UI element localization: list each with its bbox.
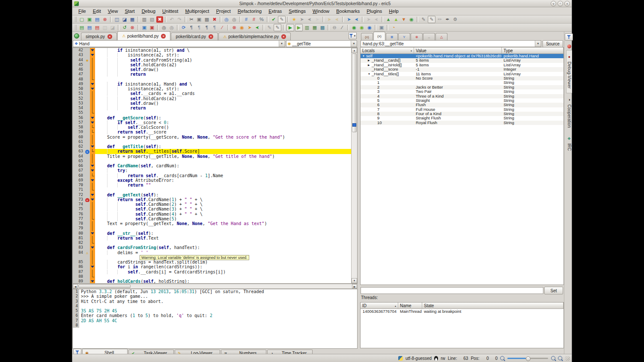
line-number[interactable]: 52 xyxy=(73,96,84,101)
tab-list-button[interactable]: ▼ xyxy=(349,32,357,39)
sidebar-tab-irc[interactable]: ❖IRC xyxy=(566,132,572,155)
line-number[interactable]: 85 xyxy=(73,260,84,264)
code-line[interactable]: 71 xyxy=(73,187,351,192)
line-number[interactable]: 88 xyxy=(73,274,84,279)
permission-indicator[interactable]: rw xyxy=(441,356,445,361)
code-line[interactable]: 43 isinstance(a2, str): xyxy=(73,53,351,57)
variable-row[interactable]: 3Two PairString xyxy=(361,89,564,94)
marker-margin[interactable] xyxy=(84,139,90,144)
code-line[interactable]: 60 Score = property(__getScore, None, No… xyxy=(73,135,351,139)
fold-margin[interactable] xyxy=(90,197,95,202)
line-number[interactable]: 83 xyxy=(73,245,84,250)
line-number[interactable]: 51 xyxy=(73,91,84,96)
marker-margin[interactable] xyxy=(84,202,90,207)
zoom-slider-thumb[interactable] xyxy=(526,356,531,361)
code-line[interactable]: 80 def __str__(self): xyxy=(73,231,351,236)
code-line[interactable]: 86 for i in range(len(cardStrings)): xyxy=(73,264,351,269)
shell-panel[interactable]: 1Python 3.3.2 (default, Jun 13 2013, 16:… xyxy=(72,289,358,349)
column-header-name[interactable]: Name xyxy=(398,303,422,309)
menu-start[interactable]: Start xyxy=(121,8,138,14)
fold-margin[interactable] xyxy=(90,217,95,221)
marker-margin[interactable] xyxy=(84,245,90,250)
expander-icon[interactable]: ▶ xyxy=(368,58,372,62)
code-line[interactable]: 59 return self.__score xyxy=(73,130,351,134)
threads-table-header[interactable]: ID▴NameState xyxy=(361,303,564,309)
chevron-down-icon[interactable]: ▼ xyxy=(535,41,541,47)
menu-refactoring[interactable]: Refactoring xyxy=(234,8,265,14)
fold-margin[interactable] xyxy=(90,149,95,154)
line-number[interactable]: 89 xyxy=(73,279,84,283)
code-line[interactable]: 52 self.holdCards(a2) xyxy=(73,96,351,101)
code-line[interactable]: 54 return xyxy=(73,106,351,110)
variable-row[interactable]: 0No ScoreString xyxy=(361,76,564,80)
timing-icon[interactable]: ▩ xyxy=(319,24,326,31)
class-combo[interactable]: ❖ Hand ▼ xyxy=(73,40,285,47)
variable-row[interactable]: 9Straight FlushString xyxy=(361,116,564,120)
copy-icon[interactable]: ▣ xyxy=(196,16,203,23)
marker-margin[interactable] xyxy=(84,62,90,67)
project-save-icon[interactable]: ◫ xyxy=(101,24,108,31)
scroll-right-icon[interactable]: ▶ xyxy=(352,284,357,288)
marker-margin[interactable] xyxy=(84,96,90,101)
fold-margin[interactable] xyxy=(90,274,95,279)
close-tab-icon[interactable]: ✕ xyxy=(281,34,286,39)
fold-margin[interactable] xyxy=(90,48,95,53)
web-browser-icon[interactable]: ◉ xyxy=(366,24,373,31)
fold-margin[interactable] xyxy=(90,110,95,115)
line-number[interactable]: 79 xyxy=(73,226,84,231)
fold-margin[interactable] xyxy=(90,236,95,240)
close-tab-icon[interactable]: ✕ xyxy=(107,34,112,39)
fold-margin[interactable] xyxy=(90,250,95,255)
open-icon[interactable]: ▤ xyxy=(94,16,101,23)
line-number[interactable]: 47 xyxy=(73,72,84,77)
replace-in-files-icon[interactable]: ◎ xyxy=(168,24,175,31)
line-number[interactable]: 58 xyxy=(73,125,84,130)
fold-margin[interactable] xyxy=(90,159,95,163)
code-line[interactable]: 61 xyxy=(73,139,351,144)
globals-tab[interactable]: (x) xyxy=(361,33,373,40)
edit-mode-icon[interactable]: ✎ xyxy=(266,24,273,31)
line-number[interactable]: 54 xyxy=(73,106,84,110)
task-prev-icon[interactable]: ➤ xyxy=(373,16,380,23)
code-line[interactable]: 55 xyxy=(73,110,351,115)
variable-row[interactable]: 2Jacks or BetterString xyxy=(361,85,564,89)
code-line[interactable]: 58 self.calcScore() xyxy=(73,125,351,130)
line-number[interactable]: 69 xyxy=(73,178,84,183)
bookmark-next-icon[interactable]: ➤ xyxy=(298,16,305,23)
delete-icon[interactable]: ✖ xyxy=(211,16,218,23)
fold-margin[interactable] xyxy=(90,193,95,197)
marker-margin[interactable] xyxy=(84,110,90,115)
line-number[interactable]: 61 xyxy=(73,139,84,144)
fold-margin[interactable] xyxy=(90,260,95,264)
line-number[interactable]: 56 xyxy=(73,116,84,120)
fold-margin[interactable] xyxy=(90,67,95,72)
maximize-button[interactable]: ^ xyxy=(558,1,563,6)
editor-tab-pokerlib-card-py[interactable]: pokerlib/card.py✕ xyxy=(171,33,218,40)
step-icon[interactable]: ¶ xyxy=(188,24,195,31)
fold-margin[interactable] xyxy=(90,106,95,110)
line-number[interactable]: 86 xyxy=(73,264,84,269)
toggle-comment-icon[interactable]: % xyxy=(258,16,265,23)
column-header-state[interactable]: State xyxy=(422,303,564,309)
set-button[interactable]: Set xyxy=(544,287,563,294)
scroll-left-icon[interactable]: ◀ xyxy=(73,284,78,288)
spellcheck-all-icon[interactable]: ✎ xyxy=(278,16,286,23)
column-header-id[interactable]: ID▴ xyxy=(361,303,398,309)
variable-row[interactable]: ▼_Hand__titles[]11 itemsList/Array xyxy=(361,72,564,76)
line-number[interactable]: 45 xyxy=(73,62,84,67)
marker-margin[interactable] xyxy=(84,67,90,72)
new-icon[interactable]: ▢ xyxy=(78,16,85,23)
line-number[interactable]: 80 xyxy=(73,231,84,236)
slash-icon[interactable]: ∕ xyxy=(339,24,346,31)
menu-window[interactable]: Window xyxy=(309,8,333,14)
line-number[interactable]: 64 xyxy=(73,154,84,159)
breakpoint-next-icon[interactable]: ➤ xyxy=(246,24,253,31)
expander-icon[interactable]: ▼ xyxy=(362,54,366,58)
column-header-value[interactable]: Value xyxy=(414,47,502,53)
marker-margin[interactable] xyxy=(84,130,90,134)
marker-margin[interactable] xyxy=(84,144,90,149)
variable-row[interactable]: 4Three of a KindString xyxy=(361,94,564,98)
scroll-up-icon[interactable]: ▲ xyxy=(352,48,357,53)
shell-line[interactable]: 72D AS AH 5S 4C xyxy=(73,318,357,323)
variable-row[interactable]: 5StraightString xyxy=(361,98,564,103)
